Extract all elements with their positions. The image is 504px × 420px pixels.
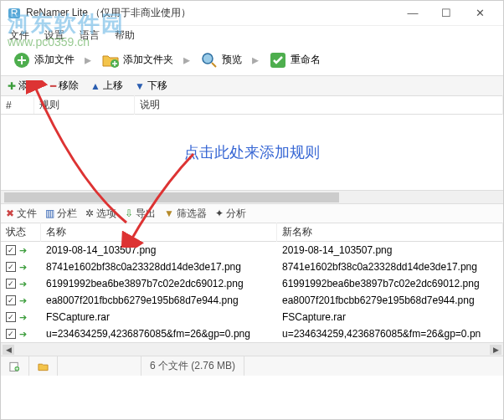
cols-icon: ▥ [45, 207, 54, 219]
file-name: 2019-08-14_103507.png [41, 244, 277, 256]
rules-col-rule[interactable]: 规则 [34, 95, 135, 115]
file-newname: 61991992bea6be3897b7c02e2dc69012.png [277, 278, 503, 289]
rules-add-label: 添加 [18, 79, 39, 93]
arrow-right-icon: ➔ [19, 312, 27, 323]
sep-arrow: ▸ [183, 52, 190, 68]
table-row[interactable]: ✓➔2019-08-14_103507.png2019-08-14_103507… [1, 242, 503, 259]
menu-file[interactable]: 文件 [8, 27, 31, 44]
checkbox-icon[interactable]: ✓ [6, 279, 16, 289]
main-toolbar: 添加文件 ▸ 添加文件夹 ▸ 预览 ▸ 重命名 [1, 44, 503, 76]
rename-icon [269, 51, 287, 69]
files-filter-label: 筛选器 [177, 207, 207, 221]
gear-icon: ✲ [85, 207, 94, 219]
arrow-right-icon: ➔ [19, 295, 27, 306]
menu-language[interactable]: 语言 [78, 27, 101, 44]
maximize-button[interactable]: ☐ [429, 2, 463, 25]
rules-scrollbar[interactable] [1, 190, 503, 203]
add-folders-button[interactable]: 添加文件夹 [96, 49, 178, 71]
file-name: 61991992bea6be3897b7c02e2dc69012.png [41, 278, 277, 289]
table-row[interactable]: ✓➔u=234634259,4236876085&fm=26&gp=0.pngu… [1, 325, 503, 342]
files-filter-button[interactable]: ▼筛选器 [164, 207, 207, 221]
files-cols-label: 分栏 [57, 207, 77, 221]
rules-remove-button[interactable]: ━移除 [50, 79, 79, 93]
file-newname: ea8007f201fbcbb6279e195b68d7e944.png [277, 295, 503, 306]
arrow-up-icon: ▲ [90, 80, 100, 92]
files-analyze-button[interactable]: ✦分析 [215, 207, 246, 221]
sep-arrow: ▸ [252, 52, 259, 68]
status-bar: 6 个文件 (2.76 MB) [1, 356, 503, 376]
preview-button[interactable]: 预览 [195, 49, 247, 71]
status-icon-2[interactable] [29, 356, 58, 376]
status-count: 6 个文件 (2.76 MB) [141, 356, 244, 376]
files-file-label: 文件 [17, 207, 37, 221]
arrow-right-icon: ➔ [19, 245, 27, 256]
checkbox-icon[interactable]: ✓ [6, 262, 16, 272]
checkbox-icon[interactable]: ✓ [6, 329, 16, 339]
rules-empty-area[interactable]: 点击此处来添加规则 [1, 115, 503, 190]
file-newname: 2019-08-14_103507.png [277, 244, 503, 256]
files-file-button[interactable]: ✖文件 [6, 207, 37, 221]
title-bar: R ReNamer Lite （仅用于非商业使用） — ☐ ✕ [1, 1, 503, 26]
analyze-icon: ✦ [215, 207, 224, 219]
window-title: ReNamer Lite （仅用于非商业使用） [26, 6, 396, 20]
file-name: FSCapture.rar [41, 311, 277, 323]
minimize-button[interactable]: — [396, 2, 429, 25]
menu-settings[interactable]: 设置 [43, 27, 66, 44]
files-export-label: 导出 [136, 207, 156, 221]
menu-bar: 文件 设置 语言 帮助 [1, 26, 503, 44]
files-toolbar: ✖文件 ▥分栏 ✲选项 ⇩导出 ▼筛选器 ✦分析 [1, 203, 503, 223]
add-folders-icon [101, 51, 120, 69]
table-row[interactable]: ✓➔ea8007f201fbcbb6279e195b68d7e944.pngea… [1, 292, 503, 309]
scroll-right[interactable]: ▶ [490, 345, 501, 355]
close-button[interactable]: ✕ [463, 2, 496, 25]
scroll-left[interactable]: ◀ [3, 345, 14, 355]
sep-arrow: ▸ [85, 52, 91, 68]
arrow-right-icon: ➔ [19, 262, 27, 273]
rules-header: # 规则 说明 [1, 96, 503, 115]
add-files-icon [13, 51, 31, 69]
file-newname: u=234634259,4236876085&fm=26&gp=0.pn [277, 328, 503, 340]
preview-label: 预览 [222, 53, 242, 67]
add-folders-label: 添加文件夹 [123, 53, 173, 67]
files-cols-button[interactable]: ▥分栏 [45, 207, 77, 221]
files-scrollbar[interactable]: ◀ ▶ [1, 342, 503, 356]
files-export-button[interactable]: ⇩导出 [125, 207, 156, 221]
table-row[interactable]: ✓➔8741e1602bf38c0a23328dd14de3de17.png87… [1, 259, 503, 275]
table-row[interactable]: ✓➔61991992bea6be3897b7c02e2dc69012.png61… [1, 275, 503, 292]
rules-down-button[interactable]: ▼下移 [135, 79, 167, 93]
file-name: u=234634259,4236876085&fm=26&gp=0.png [41, 328, 277, 340]
files-header: 状态 名称 新名称 [1, 223, 503, 242]
rules-col-desc[interactable]: 说明 [135, 95, 503, 115]
checkbox-icon[interactable]: ✓ [6, 312, 16, 322]
table-row[interactable]: ✓➔FSCapture.rarFSCapture.rar [1, 309, 503, 325]
svg-text:R: R [11, 8, 18, 19]
status-icon-1[interactable] [1, 356, 29, 376]
files-analyze-label: 分析 [226, 207, 246, 221]
rules-col-num[interactable]: # [1, 97, 34, 114]
plus-icon: ✚ [8, 80, 16, 92]
preview-icon [200, 51, 219, 69]
rules-remove-label: 移除 [59, 79, 79, 93]
rename-button[interactable]: 重命名 [264, 49, 326, 71]
rules-hint: 点击此处来添加规则 [184, 142, 320, 162]
file-name: ea8007f201fbcbb6279e195b68d7e944.png [41, 295, 277, 306]
checkbox-icon[interactable]: ✓ [6, 295, 16, 305]
app-icon: R [8, 7, 21, 20]
minus-icon: ━ [50, 80, 56, 92]
add-files-button[interactable]: 添加文件 [8, 49, 80, 71]
rules-add-button[interactable]: ✚添加 [8, 79, 39, 93]
svg-point-4 [203, 54, 213, 64]
files-opts-button[interactable]: ✲选项 [85, 207, 116, 221]
files-col-name[interactable]: 名称 [41, 223, 277, 242]
file-newname: 8741e1602bf38c0a23328dd14de3de17.png [277, 261, 503, 273]
checkbox-icon[interactable]: ✓ [6, 245, 16, 255]
scrollbar-thumb[interactable] [4, 192, 339, 202]
arrow-right-icon: ➔ [19, 329, 27, 340]
rename-label: 重命名 [291, 53, 321, 67]
arrow-right-icon: ➔ [19, 279, 27, 289]
files-col-state[interactable]: 状态 [1, 223, 41, 242]
rules-up-button[interactable]: ▲上移 [90, 79, 123, 93]
menu-help[interactable]: 帮助 [113, 27, 136, 44]
export-icon: ⇩ [125, 207, 133, 219]
files-col-newname[interactable]: 新名称 [277, 223, 503, 242]
